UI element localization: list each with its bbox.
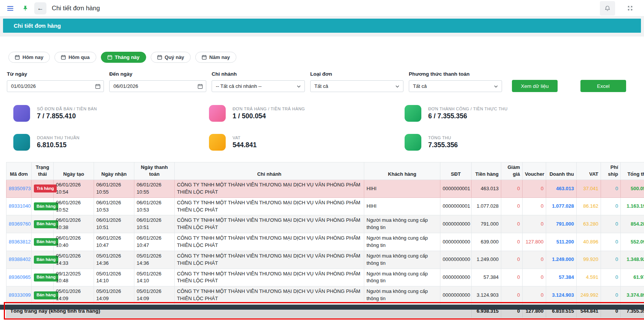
discount-cell: 0	[501, 180, 523, 198]
card-value: 1 / 500.054	[233, 112, 305, 120]
voucher-cell: 127.800	[523, 233, 546, 251]
summary-card-1: ĐƠN TRẢ HÀNG / TIỀN TRẢ HÀNG1 / 500.054	[209, 105, 405, 122]
to-date-input[interactable]	[109, 80, 206, 92]
discount-cell: 0	[501, 215, 523, 233]
page-title: Chi tiết đơn hàng	[14, 22, 61, 29]
customer-cell: HIHI	[364, 180, 440, 198]
card-label: DOANH THU THUẦN	[37, 135, 80, 140]
card-value: 544.841	[233, 141, 257, 149]
vat-cell: 63.280	[577, 215, 601, 233]
order-id-link[interactable]: 89363812	[6, 233, 32, 251]
column-header: Tiền hàng	[472, 162, 501, 180]
customer-cell: Người mua không cung cấp thông tin	[364, 233, 440, 251]
topbar: ← Chi tiết đơn hàng	[0, 0, 644, 17]
payment-date: 06/01/202610:51	[134, 215, 175, 233]
vat-cell: 249.992	[577, 286, 601, 304]
order-id-link[interactable]: 89333099	[6, 286, 32, 304]
customer-cell: Người mua không cung cấp thông tin	[364, 215, 440, 233]
branch-select[interactable]: -- Tất cả chi nhánh --	[212, 80, 305, 92]
discount-cell: 0	[501, 269, 523, 286]
payment-date: 05/01/202614:10	[134, 269, 175, 286]
status-cell: Bán hàng	[32, 197, 54, 215]
card-label: ĐƠN THÀNH CÔNG / TIỀN THỰC THU	[428, 107, 507, 111]
calendar-icon	[202, 55, 207, 60]
ship-fee-cell: 0	[601, 197, 621, 215]
card-value: 7.355.356	[428, 141, 458, 149]
status-cell: Bán hàng	[32, 233, 54, 251]
orders-table-wrap: Mã đơnTrạng tháiNgày tạoNgày nhậnNgày th…	[3, 162, 641, 318]
discount-cell: 0	[501, 286, 523, 304]
pushpin-icon[interactable]	[20, 3, 30, 14]
created-date: 06/01/202610:38	[54, 215, 94, 233]
status-badge: Bán hàng	[34, 202, 58, 210]
order-type-select[interactable]: Tất cả	[310, 80, 403, 92]
quick-filter-1[interactable]: Hôm qua	[54, 52, 96, 63]
excel-export-button[interactable]: Excel	[580, 80, 626, 92]
notification-bell-button[interactable]	[600, 1, 615, 16]
summary-card-0: SỐ ĐƠN ĐÃ BÁN / TIỀN BÁN7 / 7.855.410	[13, 105, 209, 122]
column-header: Khách hàng	[364, 162, 440, 180]
status-badge: Bán hàng	[34, 220, 58, 228]
quick-filter-2[interactable]: Tháng này	[101, 52, 146, 63]
received-date: 05/01/202614:36	[94, 251, 134, 269]
order-id-link[interactable]: 89350973	[6, 180, 32, 198]
payment-method-select[interactable]: Tất cả	[409, 80, 502, 92]
status-cell: Bán hàng	[32, 269, 54, 286]
quick-filter-4[interactable]: Năm nay	[195, 52, 236, 63]
back-button[interactable]: ←	[34, 2, 46, 14]
from-date-input[interactable]	[7, 80, 104, 92]
quick-filter-3[interactable]: Quý này	[151, 52, 191, 63]
card-color-icon	[209, 105, 226, 122]
total-cell: 552.096	[621, 233, 644, 251]
card-color-icon	[209, 134, 226, 151]
arrow-left-icon: ←	[37, 5, 44, 12]
revenue-cell: 1.077.028	[546, 197, 577, 215]
revenue-cell: 791.000	[546, 215, 577, 233]
created-date: 06/01/202610:40	[54, 233, 94, 251]
amount-cell: 463.013	[472, 180, 501, 198]
from-date-field-group: Từ ngày	[7, 71, 104, 92]
received-date: 05/01/202614:10	[94, 269, 134, 286]
vat-cell: 40.896	[577, 233, 601, 251]
card-color-icon	[405, 105, 421, 122]
total-cell: 61.975	[621, 269, 644, 286]
order-id-link[interactable]: 89331040	[6, 197, 32, 215]
discount-cell: 0	[501, 251, 523, 269]
revenue-cell: 511.200	[546, 233, 577, 251]
order-row: 89363812Bán hàng06/01/202610:4006/01/202…	[6, 233, 644, 251]
column-header: Phí ship	[601, 162, 621, 180]
hamburger-menu-icon[interactable]	[5, 3, 16, 14]
calendar-icon	[15, 55, 20, 60]
amount-cell: 791.000	[472, 215, 501, 233]
view-data-button[interactable]: Xem dữ liệu	[512, 80, 558, 92]
payment-method-field-group: Phương thức thanh toán Tất cả	[409, 71, 502, 92]
summary-card-5: TỔNG THU7.355.356	[405, 134, 600, 151]
customer-cell: HIHI	[364, 197, 440, 215]
order-row: 89360965Bán hàng09/12/202510:4805/01/202…	[6, 269, 644, 286]
amount-cell: 1.077.028	[472, 197, 501, 215]
created-date: 05/01/202614:09	[54, 286, 94, 304]
summary-card-2: ĐƠN THÀNH CÔNG / TIỀN THỰC THU6 / 7.355.…	[405, 105, 600, 122]
payment-date: 05/01/202614:09	[134, 286, 175, 304]
created-date: 06/01/202610:52	[54, 197, 94, 215]
quick-filter-0[interactable]: Hôm nay	[8, 52, 50, 63]
voucher-cell: 0	[523, 251, 546, 269]
branch-label: Chi nhánh	[212, 71, 305, 77]
order-id-link[interactable]: 89388402	[6, 251, 32, 269]
order-id-link[interactable]: 89369760	[6, 215, 32, 233]
phone-cell: 0000000000	[440, 286, 472, 304]
card-value: 6.810.515	[37, 141, 80, 149]
column-header: SĐT	[440, 162, 472, 180]
column-header: Ngày nhận	[94, 162, 134, 180]
page-background: Chi tiết đơn hàng	[0, 17, 644, 37]
column-header: Voucher	[523, 162, 546, 180]
column-header: Mã đơn	[6, 162, 32, 180]
order-row: 89369760Bán hàng06/01/202610:3806/01/202…	[6, 215, 644, 233]
column-header: VAT	[577, 162, 601, 180]
calendar-icon	[107, 55, 112, 60]
order-id-link[interactable]: 89360965	[6, 269, 32, 286]
amount-cell: 639.000	[472, 233, 501, 251]
fullscreen-toggle-icon[interactable]	[624, 3, 636, 14]
calendar-icon	[157, 55, 162, 60]
customer-cell: Người mua không cung cấp thông tin	[364, 286, 440, 304]
